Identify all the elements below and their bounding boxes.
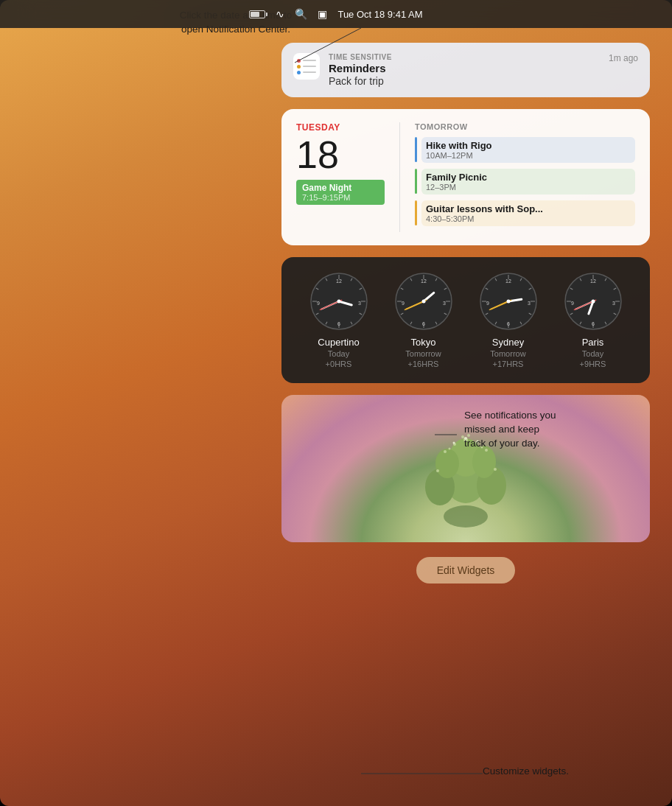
annotation-middle: See notifications youmissed and keeptrac…: [464, 409, 612, 451]
city-sub-paris: Today: [582, 349, 603, 358]
svg-text:3: 3: [612, 301, 615, 306]
edit-widgets-section: Edit Widgets: [281, 557, 650, 584]
svg-text:9: 9: [486, 301, 489, 306]
clock-face-paris: 12 3 6 9: [564, 272, 623, 331]
edit-widgets-button[interactable]: Edit Widgets: [416, 557, 516, 584]
svg-point-96: [436, 469, 439, 472]
svg-text:6: 6: [507, 321, 510, 326]
tomorrow-event-2: Family Picnic 12–3PM: [415, 169, 635, 195]
svg-point-89: [435, 449, 459, 478]
notification-app-name: Reminders: [329, 62, 638, 74]
city-hrs-sydney: +17HRS: [493, 360, 524, 368]
reminders-app-icon: [293, 53, 320, 80]
clock-tokyo: 12 3 6 9 Tokyo Tomorrow +16HRS: [394, 272, 453, 368]
datetime-display[interactable]: Tue Oct 18 9:41 AM: [337, 9, 422, 20]
event-2-time: 12–3PM: [426, 183, 631, 192]
today-date-number: 18: [296, 136, 385, 174]
event-1-time: 10AM–12PM: [426, 151, 631, 160]
clock-paris: 12 3 6 9 Paris Today +9HRS: [564, 272, 623, 368]
svg-text:3: 3: [528, 301, 531, 306]
svg-text:9: 9: [571, 301, 574, 306]
clock-face-cupertino: 12 3 6 9: [309, 272, 368, 331]
svg-point-83: [591, 300, 595, 304]
svg-point-103: [453, 442, 455, 444]
clock-face-sydney: 12 3 6 9: [479, 272, 538, 331]
svg-text:9: 9: [317, 301, 320, 306]
notification-message: Pack for trip: [329, 75, 638, 87]
city-name-paris: Paris: [582, 337, 604, 348]
event-bar-1: [415, 137, 417, 162]
city-sub-cupertino: Today: [328, 349, 349, 358]
svg-text:3: 3: [443, 301, 446, 306]
svg-point-62: [506, 300, 510, 304]
control-center-icon[interactable]: ▣: [318, 8, 327, 20]
menu-bar: ∿ 🔍 ▣ Tue Oct 18 9:41 AM: [0, 0, 672, 28]
svg-text:6: 6: [337, 321, 340, 326]
city-name-sydney: Sydney: [492, 337, 524, 348]
search-icon[interactable]: 🔍: [295, 8, 307, 20]
event-1-name: Hike with Rigo: [426, 140, 631, 151]
event-bar-3: [415, 200, 417, 225]
clock-cupertino: 12 3 6 9 Cupertino Today +0HRS: [309, 272, 368, 368]
svg-text:12: 12: [505, 278, 511, 284]
svg-text:12: 12: [336, 278, 342, 284]
event-bar-2: [415, 169, 417, 194]
svg-text:12: 12: [421, 278, 427, 284]
calendar-widget[interactable]: TUESDAY 18 Game Night 7:15–9:15PM TOMORR…: [281, 109, 650, 245]
event-1-info: Hike with Rigo 10AM–12PM: [421, 137, 635, 163]
svg-point-41: [421, 300, 425, 304]
svg-point-97: [494, 468, 497, 471]
today-event-name: Game Night: [302, 183, 379, 193]
svg-text:9: 9: [402, 301, 405, 306]
tomorrow-label: TOMORROW: [415, 122, 635, 131]
calendar-tomorrow-section: TOMORROW Hike with Rigo 10AM–12PM Family…: [415, 122, 635, 232]
tomorrow-event-3: Guitar lessons with Sop... 4:30–5:30PM: [415, 200, 635, 226]
battery-icon: [249, 10, 265, 18]
city-name-tokyo: Tokyo: [411, 337, 436, 348]
svg-point-84: [444, 505, 488, 528]
svg-text:6: 6: [422, 321, 425, 326]
tomorrow-event-1: Hike with Rigo 10AM–12PM: [415, 137, 635, 163]
wifi-status: ∿: [276, 8, 284, 20]
svg-text:12: 12: [590, 278, 596, 284]
today-day-label: TUESDAY: [296, 122, 385, 133]
svg-point-98: [449, 448, 451, 450]
svg-point-20: [337, 300, 340, 304]
city-sub-tokyo: Tomorrow: [405, 349, 441, 358]
today-event-time: 7:15–9:15PM: [302, 193, 379, 202]
time-sensitive-label: TIME SENSITIVE: [329, 53, 638, 61]
event-3-name: Guitar lessons with Sop...: [426, 203, 631, 214]
world-clock-widget[interactable]: 12 3 6 9 Cupertino Today +0HRS: [281, 257, 650, 383]
city-hrs-paris: +9HRS: [580, 360, 606, 368]
notification-time: 1m ago: [609, 53, 638, 63]
today-event-card: Game Night 7:15–9:15PM: [296, 180, 385, 205]
city-hrs-cupertino: +0HRS: [326, 360, 352, 368]
calendar-divider: [399, 122, 400, 232]
clock-sydney: 12 3 6 9 Sydney Tomorrow +17HRS: [479, 272, 538, 368]
event-3-time: 4:30–5:30PM: [426, 214, 631, 223]
event-2-info: Family Picnic 12–3PM: [421, 169, 635, 195]
event-3-info: Guitar lessons with Sop... 4:30–5:30PM: [421, 200, 635, 226]
svg-text:6: 6: [592, 321, 595, 326]
city-hrs-tokyo: +16HRS: [408, 360, 439, 368]
event-2-name: Family Picnic: [426, 172, 631, 183]
clock-face-tokyo: 12 3 6 9: [394, 272, 453, 331]
notification-content: TIME SENSITIVE Reminders Pack for trip: [329, 53, 638, 87]
city-name-cupertino: Cupertino: [318, 337, 359, 348]
battery-status: [249, 10, 265, 18]
annotation-bottom: Customize widgets.: [483, 765, 630, 779]
svg-point-94: [444, 450, 447, 453]
svg-text:3: 3: [358, 301, 361, 306]
calendar-today-section: TUESDAY 18 Game Night 7:15–9:15PM: [296, 122, 385, 232]
reminder-notification[interactable]: TIME SENSITIVE Reminders Pack for trip 1…: [281, 43, 650, 97]
city-sub-sydney: Tomorrow: [490, 349, 525, 358]
